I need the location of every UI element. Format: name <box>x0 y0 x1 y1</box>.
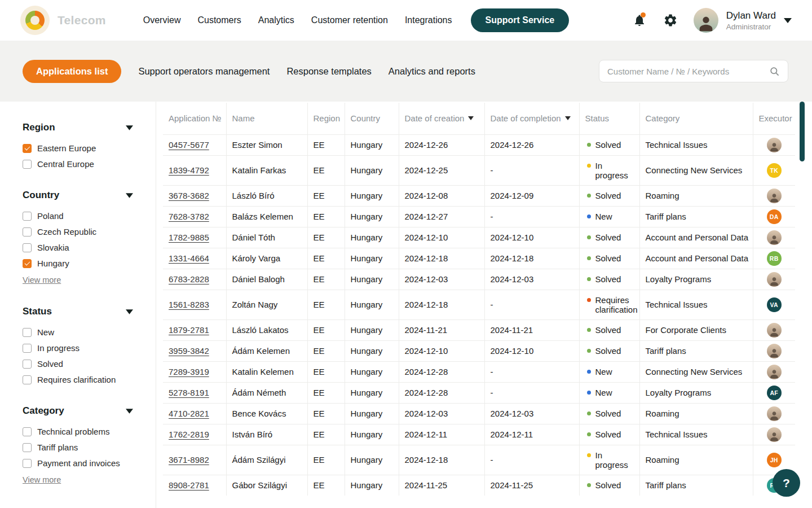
checkbox[interactable] <box>23 459 32 468</box>
table-row[interactable]: 1331-4664 Károly Varga EE Hungary 2024-1… <box>163 248 795 269</box>
checkbox[interactable] <box>23 427 32 436</box>
filter-option[interactable]: Technical problems <box>23 427 133 436</box>
chevron-down-icon <box>126 409 133 414</box>
table-row[interactable]: 3959-3842 Ádám Kelemen EE Hungary 2024-1… <box>163 340 795 361</box>
table-row[interactable]: 1839-4792 Katalin Farkas EE Hungary 2024… <box>163 155 795 185</box>
application-link[interactable]: 6783-2828 <box>169 274 209 284</box>
nav-item[interactable]: Customers <box>197 15 241 25</box>
notifications-button[interactable] <box>633 14 646 27</box>
cell-category: Tariff plans <box>639 340 753 361</box>
application-link[interactable]: 7289-3919 <box>169 367 209 376</box>
checkbox[interactable] <box>23 443 32 452</box>
application-link[interactable]: 1782-9885 <box>169 233 209 242</box>
column-header[interactable]: Status <box>579 103 639 134</box>
filter-section-header[interactable]: Country <box>23 190 133 201</box>
scrollbar-thumb[interactable] <box>800 102 805 161</box>
table-row[interactable]: 7628-3782 Balázs Kelemen EE Hungary 2024… <box>163 206 795 227</box>
checkbox[interactable] <box>23 375 32 384</box>
column-header[interactable]: Date of completion <box>484 103 579 134</box>
application-link[interactable]: 4710-2821 <box>169 409 209 418</box>
column-header[interactable]: Name <box>226 103 307 134</box>
checkbox[interactable] <box>23 243 32 252</box>
application-link[interactable]: 0457-5677 <box>169 140 209 150</box>
checkbox[interactable] <box>23 328 32 337</box>
application-link[interactable]: 8908-2781 <box>169 480 209 490</box>
application-link[interactable]: 3959-3842 <box>169 346 209 356</box>
filter-section-header[interactable]: Region <box>23 122 133 133</box>
checkbox[interactable] <box>23 360 32 369</box>
application-link[interactable]: 1839-4792 <box>169 165 209 175</box>
column-header[interactable]: Country <box>345 103 399 134</box>
column-header[interactable]: Application № <box>163 103 226 134</box>
column-header[interactable]: Executor <box>753 103 795 134</box>
executor-avatar <box>767 365 782 379</box>
nav-item[interactable]: Overview <box>143 15 181 25</box>
table-row[interactable]: 0457-5677 Eszter Simon EE Hungary 2024-1… <box>163 134 795 155</box>
table-row[interactable]: 8908-2781 Gábor Szilágyi EE Hungary 2024… <box>163 475 795 496</box>
filter-option[interactable]: Slovakia <box>23 243 133 252</box>
table-row[interactable]: 1879-2781 László Lakatos EE Hungary 2024… <box>163 319 795 340</box>
search-icon[interactable] <box>769 66 780 77</box>
filter-option[interactable]: Czech Republic <box>23 227 133 237</box>
chevron-down-icon <box>126 193 133 198</box>
filter-option[interactable]: Hungary <box>23 259 133 268</box>
table-row[interactable]: 4710-2821 Bence Kovács EE Hungary 2024-1… <box>163 403 795 424</box>
view-more-link[interactable]: View more <box>23 275 61 284</box>
status-label: Solved <box>595 191 621 200</box>
application-link[interactable]: 3678-3682 <box>169 191 209 200</box>
sort-icon[interactable] <box>468 116 474 120</box>
filter-option[interactable]: New <box>23 327 133 337</box>
sort-icon[interactable] <box>565 116 571 120</box>
view-more-link[interactable]: View more <box>23 475 61 484</box>
checkbox[interactable] <box>23 259 32 268</box>
table-row[interactable]: 3671-8982 Ádám Szilágyi EE Hungary 2024-… <box>163 445 795 475</box>
nav-item[interactable]: Analytics <box>258 15 294 25</box>
table-row[interactable]: 1762-2819 István Bíró EE Hungary 2024-12… <box>163 424 795 445</box>
search-input[interactable] <box>607 67 769 76</box>
checkbox[interactable] <box>23 160 32 169</box>
filter-option[interactable]: Tariff plans <box>23 443 133 452</box>
filter-option[interactable]: Poland <box>23 211 133 221</box>
filter-option[interactable]: In progress <box>23 343 133 353</box>
nav-item[interactable]: Integrations <box>405 15 452 25</box>
cell-region: EE <box>307 227 345 248</box>
user-menu[interactable]: Dylan Ward Administrator <box>694 8 792 33</box>
help-button[interactable]: ? <box>773 469 800 497</box>
application-link[interactable]: 1331-4664 <box>169 253 209 263</box>
column-header[interactable]: Category <box>639 103 753 134</box>
support-service-button[interactable]: Support Service <box>471 8 570 32</box>
checkbox[interactable] <box>23 227 32 237</box>
application-link[interactable]: 1879-2781 <box>169 325 209 335</box>
application-link[interactable]: 3671-8982 <box>169 455 209 465</box>
table-row[interactable]: 1782-9885 Dániel Tóth EE Hungary 2024-12… <box>163 227 795 248</box>
table-row[interactable]: 7289-3919 Katalin Kelemen EE Hungary 202… <box>163 361 795 382</box>
tab[interactable]: Applications list <box>23 60 121 83</box>
application-link[interactable]: 1561-8283 <box>169 300 209 309</box>
application-link[interactable]: 7628-3782 <box>169 212 209 221</box>
table-row[interactable]: 3678-3682 László Bíró EE Hungary 2024-12… <box>163 185 795 206</box>
tab[interactable]: Analytics and reports <box>389 66 475 77</box>
checkbox[interactable] <box>23 344 32 353</box>
column-header[interactable]: Date of creation <box>399 103 484 134</box>
filter-option[interactable]: Requires clarification <box>23 375 133 384</box>
table-row[interactable]: 5278-8191 Ádám Németh EE Hungary 2024-12… <box>163 382 795 403</box>
filter-section-header[interactable]: Category <box>23 405 133 417</box>
checkbox[interactable] <box>23 212 32 221</box>
settings-button[interactable] <box>663 13 678 28</box>
nav-item[interactable]: Customer retention <box>311 15 388 25</box>
table-row[interactable]: 1561-8283 Zoltán Nagy EE Hungary 2024-12… <box>163 290 795 319</box>
filter-option[interactable]: Solved <box>23 359 133 369</box>
cell-date-completion: 2024-12-03 <box>484 269 579 290</box>
application-link[interactable]: 5278-8191 <box>169 388 209 397</box>
application-link[interactable]: 1762-2819 <box>169 430 209 439</box>
tab[interactable]: Response templates <box>286 66 371 77</box>
filter-section-header[interactable]: Status <box>23 306 133 317</box>
filter-option[interactable]: Central Europe <box>23 159 133 169</box>
filter-option[interactable]: Eastern Europe <box>23 143 133 153</box>
checkbox[interactable] <box>23 144 32 153</box>
column-header[interactable]: Region <box>307 103 345 134</box>
table-row[interactable]: 6783-2828 Dániel Balogh EE Hungary 2024-… <box>163 269 795 290</box>
filter-option[interactable]: Payment and invoices <box>23 458 133 468</box>
tab[interactable]: Support operators management <box>138 66 270 77</box>
cell-region: EE <box>307 206 345 227</box>
